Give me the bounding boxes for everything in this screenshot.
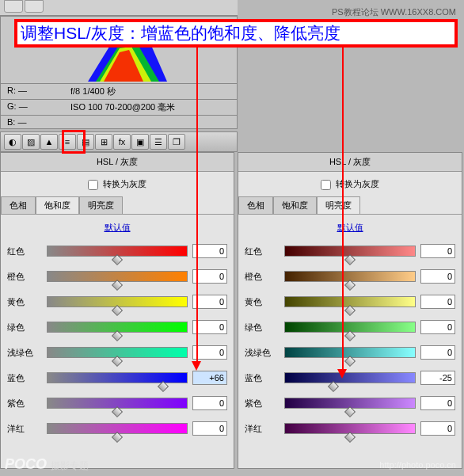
slider-orange[interactable]	[284, 271, 416, 282]
grayscale-checkbox[interactable]	[321, 180, 331, 190]
default-link[interactable]: 默认值	[105, 223, 131, 232]
grayscale-checkbox[interactable]	[88, 180, 98, 190]
slider-purple[interactable]	[284, 398, 416, 409]
label-aqua: 浅绿色	[7, 347, 42, 359]
tab-hue[interactable]: 色相	[238, 196, 273, 214]
tab-saturation[interactable]: 饱和度	[273, 196, 317, 214]
slider-magenta[interactable]	[47, 423, 188, 434]
slider-aqua[interactable]	[284, 347, 416, 358]
hsl-icon-highlight	[62, 130, 86, 154]
label-blue: 蓝色	[245, 372, 280, 384]
value-blue[interactable]	[192, 371, 227, 385]
forum-watermark: PS教程论坛 WWW.16XX8.COM	[332, 6, 456, 18]
value-blue[interactable]	[420, 371, 455, 385]
grayscale-label: 转换为灰度	[103, 179, 146, 188]
label-orange: 橙色	[245, 271, 280, 283]
basic-icon[interactable]: ◐	[4, 134, 21, 150]
adjustment-icon-bar: ◐ ▨ ▲ ≡ ▤ ⊞ fx ▣ ☰ ❐	[0, 131, 238, 152]
label-aqua: 浅绿色	[245, 347, 280, 359]
label-yellow: 黄色	[245, 296, 280, 308]
label-purple: 紫色	[245, 398, 280, 409]
label-magenta: 洋红	[245, 423, 280, 435]
hsl-panel-luminance: HSL / 灰度 转换为灰度 色相 饱和度 明亮度 默认值 红色 橙色 黄色 绿…	[238, 152, 462, 469]
tab-row: 色相 饱和度 明亮度	[238, 196, 462, 215]
label-yellow: 黄色	[7, 296, 42, 308]
info-g: G: —	[7, 101, 70, 113]
tab-row: 色相 饱和度 明亮度	[1, 196, 234, 215]
slider-yellow[interactable]	[284, 296, 416, 307]
value-orange[interactable]	[420, 269, 455, 284]
preset-icon[interactable]: ☰	[150, 134, 167, 150]
label-purple: 紫色	[7, 398, 42, 409]
lens-icon[interactable]: ⊞	[95, 134, 112, 150]
slider-green[interactable]	[284, 322, 416, 333]
hsl-panel-saturation: HSL / 灰度 转换为灰度 色相 饱和度 明亮度 默认值 红色 橙色 黄色 绿…	[0, 152, 234, 469]
value-magenta[interactable]	[420, 421, 455, 436]
curve-icon[interactable]: ▨	[22, 134, 40, 150]
detail-icon[interactable]: ▲	[40, 134, 58, 150]
annotation-text: 调整HSL/灰度：增蓝色的饱和度、降低亮度	[21, 22, 340, 44]
label-red: 红色	[7, 246, 42, 257]
tab-luminance[interactable]: 明亮度	[79, 196, 123, 214]
camera-icon[interactable]: ▣	[131, 134, 149, 150]
annotation-box: 调整HSL/灰度：增蓝色的饱和度、降低亮度	[14, 19, 458, 48]
tab-luminance[interactable]: 明亮度	[317, 196, 360, 214]
fx-icon[interactable]: fx	[113, 134, 131, 150]
slider-red[interactable]	[47, 246, 188, 257]
value-yellow[interactable]	[420, 295, 455, 309]
info-iso: ISO 100 70-200@200 毫米	[70, 101, 230, 113]
slider-magenta[interactable]	[284, 423, 416, 434]
slider-blue[interactable]	[284, 372, 416, 383]
slider-blue[interactable]	[47, 372, 188, 383]
snapshot-icon[interactable]: ❐	[168, 134, 185, 150]
default-link[interactable]: 默认值	[337, 223, 363, 232]
top-tab[interactable]	[4, 0, 23, 13]
slider-red[interactable]	[284, 246, 416, 257]
tab-saturation[interactable]: 饱和度	[36, 196, 79, 214]
info-aperture: f/8 1/400 秒	[70, 86, 230, 97]
watermark-brand: POCO 摄影专题	[5, 456, 89, 473]
slider-purple[interactable]	[47, 398, 188, 409]
value-green[interactable]	[420, 320, 455, 334]
label-magenta: 洋红	[7, 423, 42, 435]
value-purple[interactable]	[192, 396, 227, 410]
label-orange: 橙色	[7, 271, 42, 283]
panel-title: HSL / 灰度	[1, 153, 234, 172]
label-green: 绿色	[7, 322, 42, 333]
panel-title: HSL / 灰度	[238, 153, 462, 172]
value-magenta[interactable]	[192, 421, 227, 436]
tab-hue[interactable]: 色相	[1, 196, 36, 214]
info-r: R: —	[7, 86, 70, 97]
value-aqua[interactable]	[420, 345, 455, 360]
info-b: B: —	[7, 117, 70, 127]
watermark-url: http://photo.poco.cn	[379, 460, 456, 470]
slider-yellow[interactable]	[47, 296, 188, 307]
slider-green[interactable]	[47, 322, 188, 333]
label-green: 绿色	[245, 322, 280, 333]
slider-aqua[interactable]	[47, 347, 188, 358]
slider-orange[interactable]	[47, 271, 188, 282]
window-top-bar	[0, 0, 238, 16]
top-tab[interactable]	[25, 0, 44, 13]
value-red[interactable]	[420, 244, 455, 258]
label-blue: 蓝色	[7, 372, 42, 384]
value-purple[interactable]	[420, 396, 455, 410]
label-red: 红色	[245, 246, 280, 257]
